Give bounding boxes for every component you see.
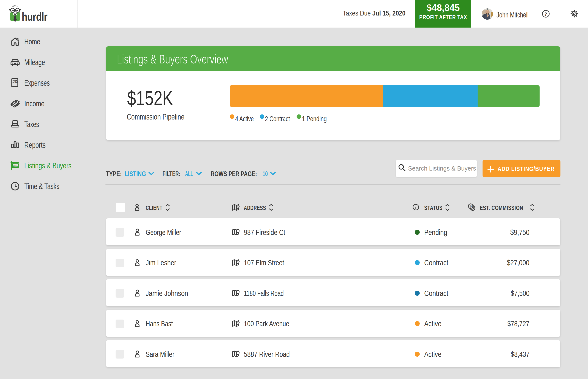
svg-text:?: ? bbox=[544, 11, 547, 17]
svg-text:SALE: SALE bbox=[13, 165, 18, 167]
svg-text:$: $ bbox=[15, 80, 17, 83]
svg-text:$: $ bbox=[470, 204, 472, 208]
